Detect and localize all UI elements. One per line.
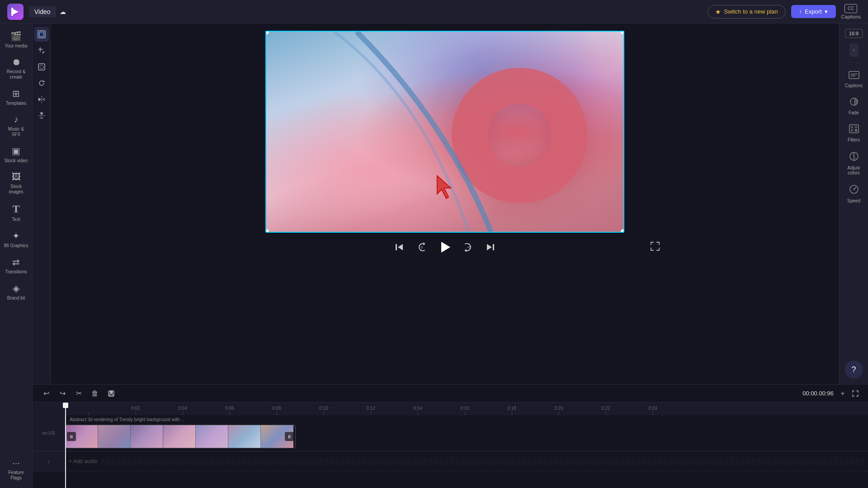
right-panel-filters-label: Filters — [848, 137, 860, 142]
right-panel: 16:9 ‹ Captions — [839, 23, 868, 384]
cloud-icon[interactable]: ☁ — [60, 8, 66, 15]
svg-point-7 — [40, 65, 43, 69]
svg-rect-21 — [493, 244, 494, 250]
sidebar-item-your-media[interactable]: 🎬 Your media — [2, 27, 31, 52]
video-clip[interactable]: ⏸ — [65, 425, 296, 448]
cut-button[interactable]: ✂ — [72, 387, 85, 400]
sidebar-item-label: 88 Graphics — [4, 243, 28, 249]
sidebar-item-label: Your media — [5, 43, 27, 49]
right-panel-adjust-colors[interactable]: Adjustcolors — [841, 149, 867, 178]
fast-forward-button[interactable]: +5 — [461, 240, 476, 254]
playback-controls: -5 +5 — [392, 238, 497, 256]
crop-tool-button[interactable] — [34, 43, 49, 58]
captions-icon: CC — [844, 4, 857, 13]
delete-button[interactable]: 🗑 — [89, 387, 101, 400]
export-button[interactable]: ↑ Export ▾ — [791, 5, 836, 18]
transitions-icon: ⇄ — [12, 257, 20, 267]
help-button[interactable]: ? — [845, 361, 863, 379]
redo-button[interactable]: ↪ — [56, 387, 69, 400]
graphics-icon: ✦ — [12, 230, 20, 241]
ruler-mark-11: 0:22 — [582, 406, 629, 415]
captions-button[interactable]: CC Captions — [841, 4, 861, 19]
cutout-tool-button[interactable] — [34, 60, 49, 74]
svg-rect-30 — [851, 129, 853, 131]
ruler-mark-10: 0:20 — [535, 406, 582, 415]
right-panel-collapse[interactable]: ‹ — [849, 43, 859, 57]
sidebar-item-brand-kit[interactable]: ◈ Brand kit — [2, 279, 31, 305]
preview-canvas[interactable] — [265, 31, 624, 233]
audio-track-content[interactable]: + Add audio — [65, 451, 868, 471]
right-panel-adjust-colors-label: Adjustcolors — [848, 165, 860, 175]
rotate-tool-button[interactable] — [34, 76, 49, 90]
sidebar-item-stock-video[interactable]: ▣ Stock video — [2, 142, 31, 167]
track-rows: en-US Abstract 3d rendering of Trendy br… — [33, 415, 868, 488]
sidebar-item-label: Templates — [6, 101, 27, 106]
sidebar-item-transitions[interactable]: ⇄ Transitions — [2, 253, 31, 278]
clip-pause-left-button[interactable]: ⏸ — [67, 432, 76, 441]
ruler-mark-0 — [65, 411, 112, 415]
ruler-mark-6: 0:12 — [347, 406, 394, 415]
right-panel-fade-label: Fade — [849, 110, 859, 115]
svg-rect-23 — [849, 71, 859, 79]
star-icon: ★ — [715, 8, 721, 15]
right-panel-captions[interactable]: Captions — [841, 68, 867, 91]
svg-marker-10 — [42, 98, 45, 101]
topbar-tab-video[interactable]: Video — [29, 6, 56, 17]
timeline-zoom-controls: + — [837, 388, 861, 399]
sidebar-item-graphics[interactable]: ✦ 88 Graphics — [2, 227, 31, 252]
playhead-handle[interactable] — [63, 403, 68, 408]
feature-flags-icon: ··· — [12, 458, 20, 468]
timeline-ruler: 0:02 0:04 0:06 0:08 — [33, 403, 868, 415]
timeline-toolbar: ↩ ↪ ✂ 🗑 00:00.00:96 + — [33, 385, 868, 403]
save-frame-button[interactable] — [105, 387, 118, 400]
sidebar-item-text[interactable]: T Text — [2, 199, 31, 226]
svg-rect-27 — [849, 125, 859, 133]
sidebar-item-stock-images[interactable]: 🖼 Stock images — [2, 168, 31, 198]
sidebar-item-music-sfx[interactable]: ♪ Music & SFX — [2, 111, 31, 141]
captions-label: Captions — [841, 14, 861, 19]
ruler-mark-4: 0:08 — [253, 406, 300, 415]
clip-pause-right-button[interactable]: ⏸ — [285, 432, 294, 441]
fullscreen-button[interactable] — [650, 241, 660, 253]
sidebar-item-record-create[interactable]: ⏺ Record &create — [2, 53, 31, 84]
flip-v-tool-button[interactable] — [34, 108, 49, 123]
zoom-plus-button[interactable]: + — [837, 388, 848, 399]
sidebar-item-feature-flags[interactable]: ··· Feature Flags — [2, 454, 31, 484]
aspect-ratio-badge[interactable]: 16:9 — [845, 29, 863, 38]
sidebar-item-templates[interactable]: ⊞ Templates — [2, 84, 31, 110]
sidebar-item-label: Transitions — [5, 269, 27, 275]
preview-tools-row: -5 +5 — [33, 23, 868, 384]
ruler-mark-5: 0:10 — [300, 406, 347, 415]
skip-back-button[interactable] — [392, 240, 407, 254]
svg-rect-1 — [11, 8, 13, 16]
svg-rect-3 — [39, 32, 44, 37]
right-panel-fade[interactable]: Fade — [841, 94, 867, 118]
help-label: ? — [851, 365, 856, 375]
skip-forward-button[interactable] — [483, 240, 497, 254]
switch-plan-button[interactable]: ★ Switch to a new plan — [708, 5, 785, 19]
sidebar-item-label: Record &create — [7, 69, 26, 80]
undo-button[interactable]: ↩ — [40, 387, 52, 400]
sidebar-item-label: Stock video — [5, 158, 28, 164]
svg-marker-17 — [398, 244, 403, 250]
flip-h-tool-button[interactable] — [34, 92, 49, 107]
add-audio-label[interactable]: + Add audio — [69, 458, 98, 465]
timeline-content: 0:02 0:04 0:06 0:08 — [33, 403, 868, 488]
stock-video-icon: ▣ — [12, 145, 20, 156]
stock-images-icon: 🖼 — [12, 172, 21, 182]
ruler-mark-12: 0:24 — [629, 406, 676, 415]
rewind-button[interactable]: -5 — [414, 240, 429, 254]
play-button[interactable] — [436, 238, 454, 256]
select-tool-button[interactable] — [34, 27, 49, 42]
right-panel-filters[interactable]: Filters — [841, 122, 867, 145]
corner-handle-br[interactable] — [621, 229, 624, 233]
preview-section: -5 +5 — [51, 23, 839, 384]
svg-marker-13 — [40, 116, 43, 119]
audio-track-label: ♪ — [33, 451, 65, 471]
right-panel-speed[interactable]: Speed — [841, 182, 867, 206]
filters-panel-icon — [849, 124, 859, 136]
zoom-expand-button[interactable] — [850, 388, 861, 399]
sidebar-item-label: Music & SFX — [4, 127, 29, 137]
export-chevron: ▾ — [825, 8, 828, 15]
captions-panel-icon — [849, 71, 859, 81]
